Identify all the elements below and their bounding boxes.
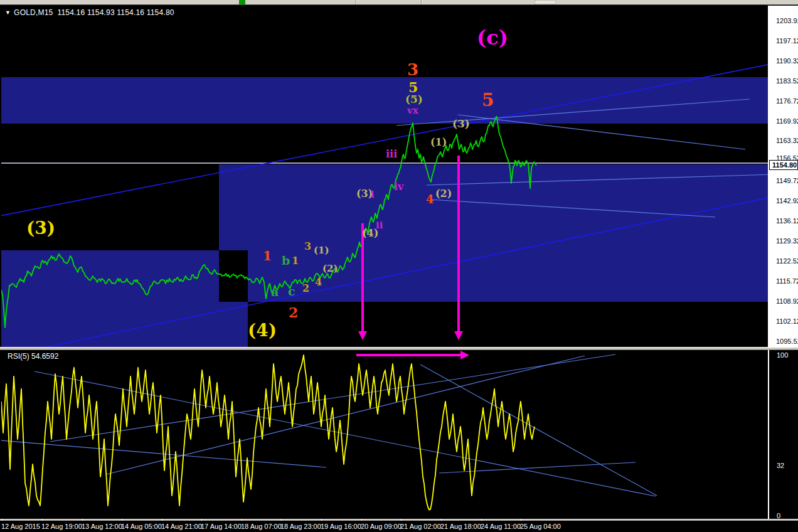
chart-title-bar: ▼GOLD,M15 1154.16 1154.93 1154.16 1154.8…: [5, 8, 174, 17]
price-tick-label: 1149.72: [776, 177, 798, 184]
wave-label[interactable]: iv: [394, 182, 403, 192]
time-tick-mark: [242, 519, 242, 521]
price-tick-label: 1122.52: [776, 257, 798, 265]
time-tick-mark: [162, 519, 162, 521]
time-tick-mark: [441, 519, 442, 521]
wave-label[interactable]: (4): [248, 322, 277, 339]
time-tick-mark: [122, 519, 122, 521]
wave-label[interactable]: vx: [407, 106, 418, 115]
time-tick-label: 18 Aug 07:00: [241, 523, 282, 530]
wave-label[interactable]: (1): [430, 137, 447, 147]
wave-label[interactable]: 1: [292, 256, 299, 266]
rectangle-object-top-band[interactable]: [1, 77, 768, 124]
wave-label[interactable]: (c): [477, 28, 508, 48]
wave-label[interactable]: 4: [426, 194, 434, 205]
panel-divider[interactable]: [0, 347, 798, 350]
time-tick-label: 12 Aug 2015: [1, 523, 40, 530]
time-tick-label: 19 Aug 16:00: [321, 523, 361, 530]
price-tick-label: 1142.92: [776, 197, 798, 205]
time-tick-mark: [401, 519, 402, 521]
wave-label[interactable]: (4): [362, 228, 378, 238]
rsi-value: 54.6592: [31, 352, 58, 361]
wave-label[interactable]: 4: [315, 277, 322, 287]
time-tick-label: 18 Aug 23:00: [280, 523, 321, 530]
price-tick-label: 1095.52: [776, 338, 798, 345]
chart-canvas: [0, 0, 798, 532]
wave-label[interactable]: (2): [435, 189, 452, 199]
wave-label[interactable]: iii: [386, 149, 397, 159]
time-tick-mark: [361, 519, 362, 521]
down-arrow-head[interactable]: [454, 331, 463, 340]
wave-label[interactable]: i: [371, 190, 375, 200]
time-tick-mark: [201, 519, 202, 521]
rectangle-object-left-band[interactable]: [1, 250, 248, 347]
wave-label[interactable]: b: [282, 255, 290, 267]
wave-label[interactable]: 5: [408, 80, 418, 94]
time-tick-mark: [521, 519, 521, 521]
wave-label[interactable]: 1: [263, 250, 272, 262]
wave-label[interactable]: 3: [304, 242, 311, 252]
wave-label[interactable]: a: [271, 286, 279, 298]
price-tick-label: 1129.32: [776, 237, 798, 245]
wave-label[interactable]: (1): [314, 246, 329, 255]
time-tick-mark: [281, 519, 282, 521]
time-tick-label: 24 Aug 11:00: [481, 523, 521, 530]
time-tick-label: 12 Aug 19:00: [41, 523, 82, 530]
price-tick-label: 1183.52: [776, 77, 798, 85]
rsi-indicator-label: RSI(5) 54.6592: [8, 352, 58, 361]
time-tick-label: 20 Aug 09:00: [361, 523, 402, 530]
chevron-down-icon[interactable]: ▼: [5, 9, 11, 16]
wave-label[interactable]: 2: [289, 306, 298, 319]
time-tick-label: 14 Aug 21:00: [161, 523, 202, 530]
trendline-object[interactable]: [50, 354, 615, 442]
trendline-object[interactable]: [107, 356, 585, 474]
time-axis[interactable]: 12 Aug 201512 Aug 19:0013 Aug 12:0014 Au…: [0, 521, 798, 532]
wave-label[interactable]: (3): [26, 220, 55, 237]
rectangle-object-mid-band[interactable]: [219, 164, 768, 302]
wave-label[interactable]: 2: [302, 284, 309, 294]
trendline-object[interactable]: [35, 371, 656, 496]
rsi-plot: [0, 351, 657, 510]
time-tick-mark: [481, 519, 482, 521]
wave-label[interactable]: c: [288, 285, 295, 297]
current-price-tag: 1154.80: [769, 160, 798, 170]
time-tick-label: 25 Aug 04:00: [520, 523, 561, 530]
price-tick-label: 1176.72: [776, 97, 798, 105]
wave-label[interactable]: (3): [452, 119, 470, 129]
main-chart-plot: [0, 63, 778, 349]
price-tick-label: 1102.12: [776, 317, 798, 325]
trendline-object[interactable]: [420, 364, 657, 496]
rsi-tick-label: 100: [777, 351, 788, 359]
axis-border: [768, 6, 769, 519]
right-arrow-head[interactable]: [460, 351, 469, 359]
time-tick-label: 21 Aug 02:00: [400, 523, 441, 530]
wave-label[interactable]: (5): [405, 94, 423, 105]
wave-label[interactable]: 5: [482, 92, 494, 109]
price-tick-label: 1197.12: [776, 37, 798, 45]
time-tick-mark: [2, 519, 3, 521]
mt4-chart-window: ▼GOLD,M15 1154.16 1154.93 1154.16 1154.8…: [0, 0, 798, 532]
time-tick-label: 14 Aug 05:00: [121, 523, 162, 530]
wave-label[interactable]: 3: [407, 61, 418, 78]
price-tick-label: 1190.32: [776, 57, 798, 65]
time-tick-mark: [321, 519, 322, 521]
rsi-tick-label: 32: [777, 462, 784, 469]
time-tick-label: 13 Aug 12:00: [82, 523, 122, 530]
time-tick-label: 17 Aug 14:00: [201, 523, 242, 530]
price-tick-label: 1169.92: [776, 117, 798, 125]
rsi-line: [1, 355, 535, 510]
wave-label[interactable]: (2): [322, 264, 338, 274]
price-tick-label: 1108.92: [776, 297, 798, 305]
down-arrow-head[interactable]: [358, 331, 367, 340]
time-tick-mark: [82, 519, 83, 521]
time-tick-mark: [42, 519, 43, 521]
price-tick-label: 1115.72: [776, 277, 798, 285]
price-tick-label: 1136.12: [776, 217, 798, 225]
ohlc-readout: 1154.16 1154.93 1154.16 1154.80: [57, 8, 174, 17]
time-tick-label: 21 Aug 18:00: [440, 523, 481, 530]
price-tick-label: 1163.32: [776, 137, 798, 144]
price-tick-label: 1203.92: [776, 17, 798, 24]
symbol-period-label: GOLD,M15: [14, 8, 53, 17]
